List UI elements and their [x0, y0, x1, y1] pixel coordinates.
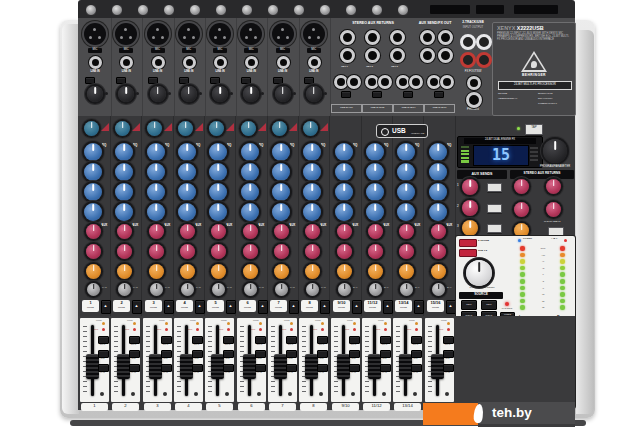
eq-knob[interactable]	[303, 203, 321, 221]
channel-arrow-button[interactable]: ▲	[164, 300, 174, 314]
aux-knob[interactable]	[211, 244, 226, 259]
gain-knob[interactable]	[306, 86, 322, 102]
line-in-jack[interactable]	[214, 56, 227, 69]
eq-knob[interactable]	[209, 143, 227, 161]
fx-knob[interactable]	[149, 264, 164, 279]
eq-knob[interactable]	[335, 203, 353, 221]
fx-knob[interactable]	[243, 264, 258, 279]
eq-knob[interactable]	[429, 183, 447, 201]
phones-ctrl-room-knob[interactable]	[466, 260, 492, 286]
eq-knob[interactable]	[147, 203, 165, 221]
eq-knob[interactable]	[272, 143, 290, 161]
xlr-connector[interactable]	[240, 23, 262, 45]
channel-arrow-button[interactable]: ▲	[132, 300, 142, 314]
routing-button[interactable]	[459, 239, 477, 247]
aux-knob[interactable]	[337, 244, 352, 259]
aux-knob[interactable]	[305, 244, 320, 259]
fx-knob[interactable]	[431, 264, 446, 279]
channel-arrow-button[interactable]: ▲	[101, 300, 111, 314]
aux-knob[interactable]	[86, 244, 101, 259]
aux-knob[interactable]	[431, 244, 446, 259]
fx-knob[interactable]	[368, 264, 383, 279]
eq-knob[interactable]	[178, 183, 196, 201]
xlr-connector[interactable]	[147, 23, 169, 45]
low-cut-button[interactable]	[116, 77, 126, 84]
eq-knob[interactable]	[272, 163, 290, 181]
aux-knob[interactable]	[337, 224, 352, 239]
aux-return-knob[interactable]	[546, 202, 561, 217]
aux-send-jack[interactable]	[438, 30, 453, 45]
line-in-jack[interactable]	[120, 56, 133, 69]
stereo-line-jack[interactable]	[347, 75, 361, 89]
eq-knob[interactable]	[335, 143, 353, 161]
stereo-line-jack[interactable]	[396, 75, 410, 89]
channel-arrow-button[interactable]: ▲	[289, 300, 299, 314]
eq-knob[interactable]	[84, 183, 102, 201]
rca-red-jack[interactable]	[476, 52, 492, 68]
stereo-line-jack[interactable]	[365, 75, 379, 89]
fx-knob[interactable]	[274, 264, 289, 279]
aux-return-jack[interactable]	[365, 30, 380, 45]
pan-knob[interactable]	[212, 283, 225, 296]
aux-send-button[interactable]	[487, 224, 502, 233]
channel-arrow-button[interactable]: ▲	[226, 300, 236, 314]
source-button[interactable]: LEFT	[461, 300, 477, 310]
stereo-line-jack[interactable]	[378, 75, 392, 89]
line-in-jack[interactable]	[308, 56, 321, 69]
aux-send-knob[interactable]	[462, 179, 478, 195]
eq-knob[interactable]	[397, 163, 415, 181]
eq-knob[interactable]	[366, 143, 384, 161]
aux-return-jack[interactable]	[340, 30, 355, 45]
comp-knob[interactable]	[272, 121, 287, 136]
aux-return-jack[interactable]	[340, 48, 355, 63]
aux-send-jack[interactable]	[420, 30, 435, 45]
eq-knob[interactable]	[429, 143, 447, 161]
stereo-line-jack[interactable]	[440, 75, 454, 89]
xlr-connector[interactable]	[303, 23, 325, 45]
aux-knob[interactable]	[117, 224, 132, 239]
eq-knob[interactable]	[303, 163, 321, 181]
aux-knob[interactable]	[431, 224, 446, 239]
eq-knob[interactable]	[429, 203, 447, 221]
aux-return-knob[interactable]	[514, 179, 529, 194]
eq-knob[interactable]	[115, 163, 133, 181]
eq-knob[interactable]	[272, 183, 290, 201]
low-cut-button[interactable]	[273, 77, 283, 84]
channel-arrow-button[interactable]: ▲	[195, 300, 205, 314]
routing-button[interactable]	[459, 249, 477, 257]
eq-knob[interactable]	[303, 183, 321, 201]
eq-knob[interactable]	[241, 143, 259, 161]
low-cut-button[interactable]	[304, 77, 314, 84]
comp-knob[interactable]	[84, 121, 99, 136]
pan-knob[interactable]	[275, 283, 288, 296]
eq-knob[interactable]	[272, 203, 290, 221]
aux-knob[interactable]	[149, 224, 164, 239]
eq-knob[interactable]	[335, 183, 353, 201]
eq-knob[interactable]	[209, 183, 227, 201]
eq-knob[interactable]	[397, 143, 415, 161]
channel-arrow-button[interactable]: ▲	[320, 300, 330, 314]
eq-knob[interactable]	[303, 143, 321, 161]
source-button[interactable]: LEFT	[481, 300, 497, 310]
aux-knob[interactable]	[149, 244, 164, 259]
aux-knob[interactable]	[305, 224, 320, 239]
rca-white-jack[interactable]	[460, 34, 476, 50]
line-in-jack[interactable]	[277, 56, 290, 69]
gain-knob[interactable]	[275, 86, 291, 102]
comp-knob[interactable]	[147, 121, 162, 136]
aux-send-button[interactable]	[487, 204, 502, 213]
eq-knob[interactable]	[397, 183, 415, 201]
xlr-connector[interactable]	[209, 23, 231, 45]
eq-knob[interactable]	[84, 163, 102, 181]
aux-return-knob[interactable]	[514, 202, 529, 217]
gain-knob[interactable]	[118, 86, 134, 102]
pan-knob[interactable]	[244, 283, 257, 296]
aux-send-button[interactable]	[487, 183, 502, 192]
aux-knob[interactable]	[117, 244, 132, 259]
eq-knob[interactable]	[366, 163, 384, 181]
line-in-jack[interactable]	[152, 56, 165, 69]
pan-knob[interactable]	[432, 283, 445, 296]
program-parameter-knob[interactable]	[543, 139, 567, 163]
stereo-line-jack[interactable]	[409, 75, 423, 89]
level-button[interactable]	[341, 91, 351, 98]
